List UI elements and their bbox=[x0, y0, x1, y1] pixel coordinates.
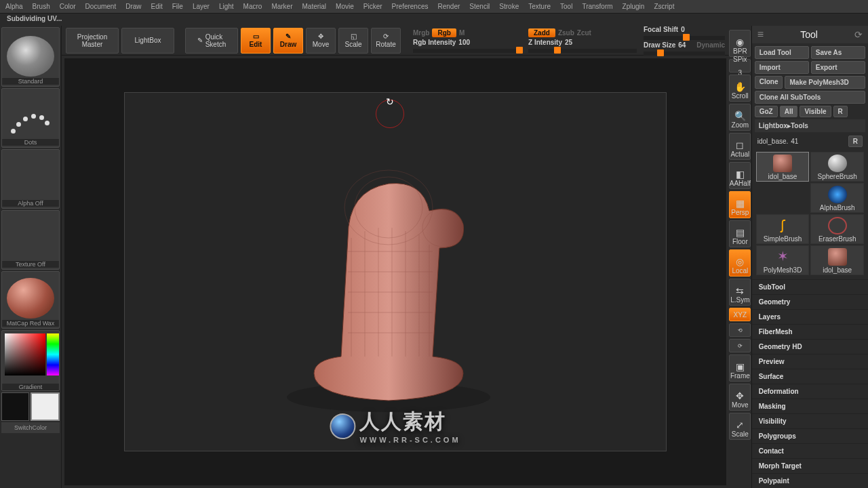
menu-color[interactable]: Color bbox=[60, 3, 76, 10]
stroke-slot[interactable]: Dots bbox=[1, 88, 60, 148]
section-polygroups[interactable]: Polygroups bbox=[752, 428, 868, 443]
local-button[interactable]: ◎Local bbox=[729, 249, 751, 277]
menu-zscript[interactable]: Zscript bbox=[654, 3, 674, 10]
menu-zplugin[interactable]: Zplugin bbox=[623, 3, 645, 10]
menu-alpha[interactable]: Alpha bbox=[5, 3, 23, 10]
zadd-toggle[interactable]: Zadd bbox=[528, 28, 555, 37]
mrgb-toggle[interactable]: Mrgb bbox=[413, 29, 429, 37]
actual-button[interactable]: ◻Actual bbox=[729, 133, 751, 160]
section-deformation[interactable]: Deformation bbox=[752, 384, 868, 399]
thumb-polymesh3d[interactable]: ✶PolyMesh3D bbox=[756, 245, 810, 275]
menu-macro[interactable]: Macro bbox=[243, 3, 262, 10]
gradient-label[interactable]: Gradient bbox=[2, 384, 59, 390]
swatch-secondary[interactable] bbox=[1, 392, 29, 421]
color-square[interactable] bbox=[5, 333, 45, 375]
section-layers[interactable]: Layers bbox=[752, 309, 868, 324]
hue-strip[interactable] bbox=[47, 333, 59, 375]
goz-button[interactable]: GoZ bbox=[755, 106, 778, 117]
axis-y-button[interactable]: ⟲ bbox=[729, 323, 751, 337]
clone-button[interactable]: Clone bbox=[755, 76, 783, 89]
menu-edit[interactable]: Edit bbox=[151, 3, 163, 10]
menu-stroke[interactable]: Stroke bbox=[499, 3, 519, 10]
menu-light[interactable]: Light bbox=[219, 3, 234, 10]
m-toggle[interactable]: M bbox=[459, 29, 465, 37]
edit-mode-button[interactable]: ▭Edit bbox=[241, 28, 271, 54]
alpha-slot[interactable]: Alpha Off bbox=[1, 149, 60, 209]
color-picker[interactable]: Gradient bbox=[1, 330, 60, 391]
menu-stencil[interactable]: Stencil bbox=[469, 3, 490, 10]
menu-movie[interactable]: Movie bbox=[336, 3, 354, 10]
goz-all-button[interactable]: All bbox=[780, 106, 798, 117]
section-morph-target[interactable]: Morph Target bbox=[752, 458, 868, 473]
scale-mode-button[interactable]: ◱Scale bbox=[338, 28, 368, 54]
section-subtool[interactable]: SubTool bbox=[752, 279, 868, 294]
import-button[interactable]: Import bbox=[755, 61, 809, 74]
tool-breadcrumb[interactable]: Lightbox▸Tools bbox=[755, 119, 865, 132]
tool-r-button[interactable]: R bbox=[848, 136, 863, 147]
section-polypaint[interactable]: Polypaint bbox=[752, 473, 868, 488]
move-mode-button[interactable]: ✥Move bbox=[306, 28, 336, 54]
focal-shift-slider[interactable] bbox=[644, 36, 725, 40]
bpr-button[interactable]: ◉BPR bbox=[729, 30, 751, 57]
zcut-toggle[interactable]: Zcut bbox=[577, 29, 591, 37]
section-contact[interactable]: Contact bbox=[752, 443, 868, 458]
rotate-mode-button[interactable]: ⟳Rotate bbox=[371, 28, 401, 54]
menu-file[interactable]: File bbox=[172, 3, 183, 10]
switch-color-button[interactable]: SwitchColor bbox=[1, 422, 60, 433]
xyz-button[interactable]: XYZ bbox=[729, 308, 751, 321]
z-intensity-slider[interactable] bbox=[528, 49, 637, 53]
brush-slot[interactable]: Standard bbox=[1, 27, 60, 87]
thumb-simplebrush[interactable]: ʃSimpleBrush bbox=[756, 214, 810, 244]
menu-preferences[interactable]: Preferences bbox=[392, 3, 429, 10]
clone-all-subtools-button[interactable]: Clone All SubTools bbox=[755, 91, 865, 104]
section-masking[interactable]: Masking bbox=[752, 399, 868, 413]
menu-tool[interactable]: Tool bbox=[560, 3, 572, 10]
load-tool-button[interactable]: Load Tool bbox=[755, 46, 809, 59]
menu-marker[interactable]: Marker bbox=[271, 3, 292, 10]
menu-picker[interactable]: Picker bbox=[363, 3, 382, 10]
zoom-button[interactable]: 🔍Zoom bbox=[729, 104, 751, 131]
thumb-idol-base-2[interactable]: idol_base bbox=[810, 245, 864, 275]
menu-draw[interactable]: Draw bbox=[125, 3, 141, 10]
spix-slider[interactable]: SPix 3 bbox=[729, 59, 751, 73]
axis-z-button[interactable]: ⟳ bbox=[729, 339, 751, 352]
floor-button[interactable]: ▤Floor bbox=[729, 220, 751, 247]
scale-view-button[interactable]: ⤢Scale bbox=[729, 413, 751, 440]
reload-icon[interactable]: ⟳ bbox=[854, 29, 863, 40]
quick-sketch-button[interactable]: ✎Quick Sketch bbox=[185, 28, 238, 54]
persp-button[interactable]: ▦Persp bbox=[729, 191, 751, 218]
lightbox-button[interactable]: LightBox bbox=[121, 28, 174, 54]
section-preview[interactable]: Preview bbox=[752, 354, 868, 369]
canvas[interactable]: 人人素材 WWW.RR-SC.COM bbox=[124, 92, 667, 451]
goz-visible-button[interactable]: Visible bbox=[800, 106, 831, 117]
hamburger-icon[interactable]: ≡ bbox=[757, 28, 764, 41]
section-visibility[interactable]: Visibility bbox=[752, 413, 868, 428]
thumb-eraserbrush[interactable]: EraserBrush bbox=[810, 214, 864, 244]
thumb-spherebrush[interactable]: SphereBrush bbox=[810, 152, 864, 182]
thumb-idol-base[interactable]: idol_base bbox=[756, 152, 810, 182]
make-polymesh3d-button[interactable]: Make PolyMesh3D bbox=[785, 76, 865, 89]
thumb-alphabrush[interactable]: AlphaBrush bbox=[810, 183, 864, 213]
section-geometry-hd[interactable]: Geometry HD bbox=[752, 339, 868, 354]
menu-transform[interactable]: Transform bbox=[582, 3, 612, 10]
draw-size-slider[interactable] bbox=[644, 52, 725, 56]
save-as-button[interactable]: Save As bbox=[811, 46, 865, 59]
section-surface[interactable]: Surface bbox=[752, 369, 868, 384]
rgb-toggle[interactable]: Rgb bbox=[432, 28, 456, 37]
projection-master-button[interactable]: Projection Master bbox=[66, 28, 119, 54]
scroll-button[interactable]: ✋Scroll bbox=[729, 75, 751, 102]
swatch-primary[interactable] bbox=[31, 392, 60, 421]
texture-slot[interactable]: Texture Off bbox=[1, 210, 60, 270]
menu-brush[interactable]: Brush bbox=[33, 3, 50, 10]
frame-button[interactable]: ▣Frame bbox=[729, 354, 751, 382]
menu-render[interactable]: Render bbox=[438, 3, 460, 10]
viewport[interactable]: 人人素材 WWW.RR-SC.COM bbox=[64, 58, 726, 485]
menu-material[interactable]: Material bbox=[302, 3, 327, 10]
lsym-button[interactable]: ⇆L.Sym bbox=[729, 279, 751, 306]
menu-layer[interactable]: Layer bbox=[193, 3, 210, 10]
section-geometry[interactable]: Geometry bbox=[752, 294, 868, 309]
section-fibermesh[interactable]: FiberMesh bbox=[752, 324, 868, 339]
menu-texture[interactable]: Texture bbox=[528, 3, 551, 10]
material-slot[interactable]: MatCap Red Wax bbox=[1, 271, 60, 329]
aahalf-button[interactable]: ◧AAHalf bbox=[729, 162, 751, 189]
